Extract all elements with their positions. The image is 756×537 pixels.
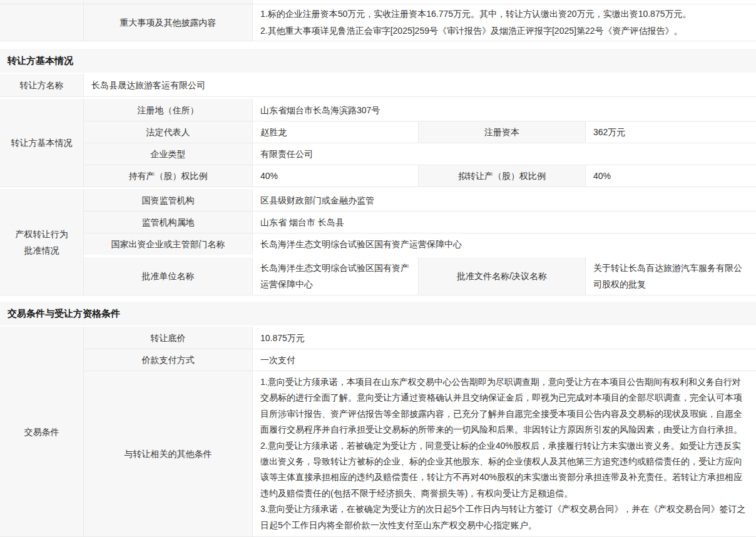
- other-conditions-label: 与转让相关的其他条件: [84, 371, 252, 536]
- major-matters-group-cell: [0, 4, 83, 41]
- major-matters-value-line2: 2.其他重大事项详见鲁浩正会审字[2025]259号《审计报告》及烟浩正评报字[…: [260, 23, 682, 39]
- floor-price-row: 转让底价 10.875万元: [84, 327, 756, 349]
- approval-group-label-line2: 批准情况: [24, 242, 59, 258]
- state-funded-org-row: 国家出资企业或主管部门名称 长岛海洋生态文明综合试验区国有资产运营保障中心: [84, 233, 756, 255]
- legal-rep-label: 法定代表人: [84, 121, 252, 143]
- approval-unit-row: 批准单位名称 长岛海洋生态文明综合试验区国有资产运营保障中心 批准文件名称/决议…: [84, 257, 756, 295]
- other-conditions-paragraph-3: 3.意向受让方须承诺，在被确定为受让方的次日起5个工作日内与转让方签订《产权交易…: [260, 501, 748, 533]
- section-title-transferor: 转让方基本情况: [0, 49, 756, 73]
- reg-address-value: 山东省烟台市长岛海滨路307号: [252, 99, 756, 121]
- regulator-location-label: 监管机构属地: [84, 212, 252, 233]
- approval-group-label-line1: 产权转让行为: [16, 226, 68, 242]
- approval-group-label: 产权转让行为 批准情况: [0, 189, 83, 295]
- transfer-ratio-value: 40%: [585, 165, 756, 187]
- previous-row-value-cell: [252, 0, 756, 4]
- floor-price-value: 10.875万元: [252, 327, 756, 349]
- section-title-trade-conditions: 交易条件与受让方资格条件: [0, 302, 756, 325]
- reg-address-label: 注册地（住所）: [84, 99, 252, 121]
- other-conditions-paragraph-2: 2.意向受让方须承诺，若被确定为受让方，同意受让标的企业40%股权后，承接履行转…: [260, 438, 748, 502]
- registered-capital-value: 362万元: [585, 121, 756, 143]
- approval-unit-value: 长岛海洋生态文明综合试验区国有资产运营保障中心: [252, 257, 418, 295]
- major-matters-label: 重大事项及其他披露内容: [83, 4, 252, 41]
- transferor-basic-rows: 注册地（住所） 山东省烟台市长岛海滨路307号 法定代表人 赵胜龙 注册资本 3…: [83, 99, 756, 187]
- section-gap: [0, 41, 756, 49]
- transferor-basic-group: 转让方基本情况 注册地（住所） 山东省烟台市长岛海滨路307号 法定代表人 赵胜…: [0, 99, 756, 187]
- payment-method-label: 价款支付方式: [84, 349, 252, 371]
- approval-doc-label: 批准文件名称/决议名称: [418, 257, 585, 295]
- major-matters-value: 1.标的企业注册资本50万元，实收注册资本16.775万元。其中，转让方认缴出资…: [252, 4, 756, 41]
- company-type-label: 企业类型: [84, 143, 252, 165]
- transferor-name-label: 转让方名称: [0, 74, 83, 96]
- registered-capital-label: 注册资本: [418, 121, 585, 143]
- state-funded-org-value: 长岛海洋生态文明综合试验区国有资产运营保障中心: [252, 233, 756, 255]
- regulator-row: 国资监管机构 区县级财政部门或金融办监管: [84, 189, 756, 211]
- approval-group: 产权转让行为 批准情况 国资监管机构 区县级财政部门或金融办监管 监管机构属地 …: [0, 189, 756, 295]
- transferor-name-row: 转让方名称 长岛县晟达旅游客运有限公司: [0, 74, 756, 97]
- legal-rep-value: 赵胜龙: [252, 121, 418, 143]
- regulator-label: 国资监管机构: [84, 189, 252, 211]
- regulator-location-value: 山东省 烟台市 长岛县: [252, 212, 756, 233]
- company-type-row: 企业类型 有限责任公司: [84, 143, 756, 165]
- major-matters-row: 重大事项及其他披露内容 1.标的企业注册资本50万元，实收注册资本16.775万…: [0, 4, 756, 41]
- previous-row-cut: [0, 0, 756, 4]
- approval-doc-value: 关于转让长岛百达旅游汽车服务有限公司股权的批复: [585, 257, 756, 295]
- held-ratio-row: 持有产（股）权比例 40% 拟转让产（股）权比例 40%: [84, 165, 756, 187]
- company-type-value: 有限责任公司: [252, 143, 756, 165]
- trade-conditions-rows: 转让底价 10.875万元 价款支付方式 一次支付 与转让相关的其他条件 1.意…: [83, 327, 756, 536]
- held-ratio-label: 持有产（股）权比例: [84, 165, 252, 187]
- approval-unit-label: 批准单位名称: [84, 257, 252, 295]
- held-ratio-value: 40%: [252, 165, 418, 187]
- previous-row-group-cell: [0, 0, 83, 4]
- regulator-location-row: 监管机构属地 山东省 烟台市 长岛县: [84, 211, 756, 233]
- section-gap: [0, 295, 756, 302]
- previous-row-label-cell: [83, 0, 252, 4]
- asset-transfer-disclosure-page: 重大事项及其他披露内容 1.标的企业注册资本50万元，实收注册资本16.775万…: [0, 0, 756, 537]
- transferor-basic-group-label: 转让方基本情况: [0, 99, 83, 187]
- approval-rows: 国资监管机构 区县级财政部门或金融办监管 监管机构属地 山东省 烟台市 长岛县 …: [83, 189, 756, 295]
- other-conditions-row: 与转让相关的其他条件 1.意向受让方须承诺，本项目在山东产权交易中心公告期即为尽…: [84, 371, 756, 536]
- legal-rep-row: 法定代表人 赵胜龙 注册资本 362万元: [84, 121, 756, 143]
- trade-conditions-group-label: 交易条件: [0, 327, 83, 536]
- other-conditions-paragraph-1: 1.意向受让方须承诺，本项目在山东产权交易中心公告期即为尽职调查期，意向受让方在…: [260, 374, 748, 438]
- regulator-value: 区县级财政部门或金融办监管: [252, 189, 756, 211]
- transfer-ratio-label: 拟转让产（股）权比例: [418, 165, 585, 187]
- trade-conditions-group: 交易条件 转让底价 10.875万元 价款支付方式 一次支付 与转让相关的其他条…: [0, 327, 756, 537]
- floor-price-label: 转让底价: [84, 327, 252, 349]
- payment-method-value: 一次支付: [252, 349, 756, 371]
- transferor-name-value: 长岛县晟达旅游客运有限公司: [83, 74, 756, 96]
- reg-address-row: 注册地（住所） 山东省烟台市长岛海滨路307号: [84, 99, 756, 121]
- other-conditions-value: 1.意向受让方须承诺，本项目在山东产权交易中心公告期即为尽职调查期，意向受让方在…: [252, 371, 756, 536]
- state-funded-org-label: 国家出资企业或主管部门名称: [84, 233, 252, 255]
- major-matters-value-line1: 1.标的企业注册资本50万元，实收注册资本16.775万元。其中，转让方认缴出资…: [260, 6, 691, 23]
- payment-method-row: 价款支付方式 一次支付: [84, 349, 756, 371]
